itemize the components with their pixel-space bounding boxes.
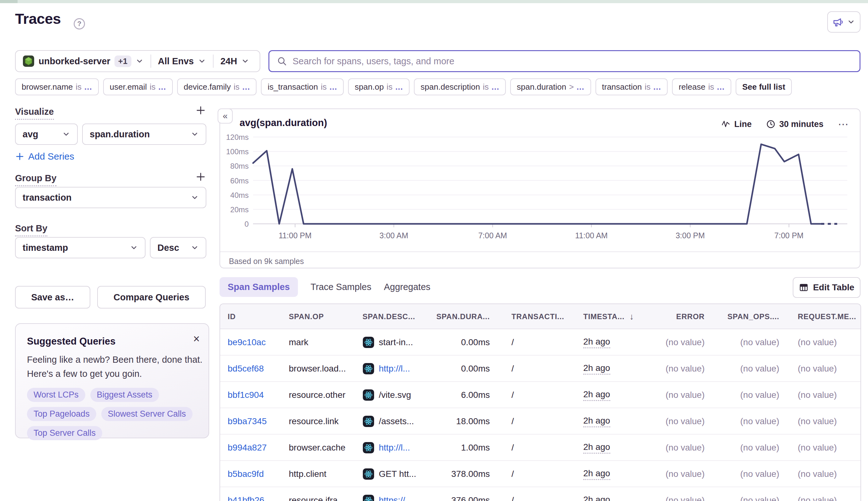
span-description[interactable]: https://...	[379, 495, 412, 501]
column-header-label: SPAN.OP	[289, 312, 324, 321]
column-header-id[interactable]: ID	[227, 304, 286, 329]
feedback-button[interactable]	[827, 11, 860, 33]
add-visualize-button[interactable]	[194, 104, 208, 117]
span-description[interactable]: http://l...	[379, 364, 410, 374]
close-icon[interactable]: ×	[193, 333, 200, 344]
add-series-button[interactable]: Add Series	[15, 151, 74, 162]
cell-span_op: resource.other	[289, 382, 359, 408]
filter-chip-device.family[interactable]: device.familyis...	[177, 78, 257, 95]
column-header-span_ops[interactable]: SPAN_OPS....	[708, 304, 779, 329]
cell-error: (no value)	[628, 487, 705, 501]
project-selector[interactable]: unborked-server +1	[23, 55, 144, 67]
column-header-error[interactable]: ERROR	[628, 304, 705, 329]
span-id-link[interactable]: be9c10ac	[227, 337, 266, 348]
group-by-select[interactable]: transaction	[15, 187, 207, 208]
react-framework-icon	[362, 389, 374, 401]
filter-chip-span.op[interactable]: span.opis...	[348, 78, 410, 95]
add-group-by-button[interactable]	[194, 170, 208, 184]
span-id-link[interactable]: b994a827	[227, 443, 267, 453]
filter-chip-operator: is	[708, 82, 714, 92]
filter-chip-transaction[interactable]: transactionis...	[595, 78, 668, 95]
timestamp-value[interactable]: 2h ago	[583, 363, 610, 375]
timestamp-value[interactable]: 2h ago	[583, 416, 610, 427]
cell-error: (no value)	[628, 461, 705, 487]
cell-text-span_op: resource.link	[289, 416, 339, 426]
chevron-down-icon	[241, 57, 249, 65]
edit-table-button[interactable]: Edit Table	[793, 277, 860, 298]
filter-chip-release[interactable]: releaseis...	[672, 78, 731, 95]
filter-chip-key: release	[679, 82, 705, 92]
tab-trace-samples[interactable]: Trace Samples	[310, 277, 371, 297]
timestamp-value[interactable]: 2h ago	[583, 390, 610, 401]
time-range-selector[interactable]: 24H	[221, 56, 249, 66]
sort-direction-select[interactable]: Desc	[150, 237, 207, 258]
span-id-link[interactable]: bbf1c904	[227, 390, 264, 400]
cell-text-request_method: (no value)	[798, 390, 837, 400]
chart-menu-button[interactable]: ⋯	[838, 118, 849, 130]
see-full-list-button[interactable]: See full list	[736, 78, 792, 95]
cell-text-duration: 376.00ms	[451, 495, 490, 501]
chevron-down-icon	[198, 57, 206, 65]
timestamp-value[interactable]: 2h ago	[583, 337, 610, 348]
filter-chip-value: ...	[242, 82, 250, 92]
sort-field-select[interactable]: timestamp	[15, 237, 146, 258]
cell-span_ops: (no value)	[708, 329, 779, 355]
column-header-request_method[interactable]: REQUEST.ME...	[798, 304, 859, 329]
filter-chip-is_transaction[interactable]: is_transactionis...	[261, 78, 344, 95]
span-id-link[interactable]: bd5cef68	[227, 364, 264, 374]
cell-span_op: resource.ifra...	[289, 487, 359, 501]
chart-interval-selector[interactable]: 30 minutes	[766, 119, 824, 129]
chart-type-toggle[interactable]: Line	[722, 119, 752, 129]
megaphone-icon	[833, 17, 843, 27]
column-header-span_op[interactable]: SPAN.OP	[289, 304, 359, 329]
suggested-query-chip[interactable]: Biggest Assets	[90, 388, 159, 402]
cell-transaction: /	[511, 435, 577, 461]
filter-chip-browser.name[interactable]: browser.nameis...	[15, 78, 99, 95]
filter-chip-span.description[interactable]: span.descriptionis...	[414, 78, 506, 95]
ellipsis-glyph: ⋯	[838, 118, 849, 130]
table-header-row: IDSPAN.OPSPAN.DESC...SPAN.DURA...TRANSAC…	[220, 304, 860, 329]
save-as-button[interactable]: Save as…	[15, 286, 90, 309]
cell-text-request_method: (no value)	[798, 495, 837, 501]
collapse-sidebar-button[interactable]: «	[218, 108, 233, 124]
cell-transaction: /	[511, 355, 577, 382]
add-series-label: Add Series	[28, 151, 74, 162]
suggested-query-chip[interactable]: Slowest Server Calls	[101, 407, 192, 421]
compare-queries-label: Compare Queries	[114, 292, 189, 302]
column-header-duration[interactable]: SPAN.DURA...	[415, 304, 490, 329]
filter-chip-user.email[interactable]: user.emailis...	[103, 78, 173, 95]
aggregate-select[interactable]: avg	[15, 124, 78, 145]
cell-transaction: /	[511, 382, 577, 408]
span-id-link[interactable]: b5bac9fd	[227, 469, 264, 479]
cell-duration: 18.00ms	[415, 408, 490, 435]
filter-chip-key: browser.name	[22, 82, 73, 92]
tab-aggregates[interactable]: Aggregates	[384, 277, 430, 297]
help-glyph: ?	[77, 20, 81, 28]
tab-span-samples[interactable]: Span Samples	[220, 277, 298, 297]
cell-text-span_op: resource.other	[289, 390, 346, 400]
cell-request_method: (no value)	[798, 329, 859, 355]
span-id-link[interactable]: b9ba7345	[227, 416, 267, 426]
span-id-link[interactable]: b41bfb26	[227, 495, 264, 501]
help-icon[interactable]: ?	[74, 18, 85, 30]
compare-queries-button[interactable]: Compare Queries	[97, 286, 206, 309]
environment-selector[interactable]: All Envs	[158, 56, 206, 66]
timestamp-value[interactable]: 2h ago	[583, 468, 610, 480]
span-description[interactable]: http://l...	[379, 443, 410, 453]
series-line	[253, 144, 821, 224]
timestamp-value[interactable]: 2h ago	[583, 442, 610, 454]
span-description: /assets...	[379, 416, 414, 426]
chart-controls: Line 30 minutes ⋯	[722, 118, 849, 130]
suggested-query-chip[interactable]: Top Server Calls	[27, 426, 102, 440]
suggested-query-chip[interactable]: Worst LCPs	[27, 388, 85, 402]
search-input[interactable]	[293, 56, 852, 66]
suggested-query-chip[interactable]: Top Pageloads	[27, 407, 96, 421]
filter-chip-span.duration[interactable]: span.duration>...	[510, 78, 591, 95]
visualize-field-select[interactable]: span.duration	[82, 124, 207, 145]
filter-chip-operator: is	[387, 82, 393, 92]
timestamp-value[interactable]: 2h ago	[583, 495, 610, 501]
column-header-transaction[interactable]: TRANSACTI...	[511, 304, 577, 329]
cell-span_op: browser.cache	[289, 435, 359, 461]
table-row: bbf1c904resource.other/vite.svg6.00ms/2h…	[220, 382, 860, 408]
traces-page: Traces ? unborked-server +1 All Envs	[0, 0, 868, 501]
